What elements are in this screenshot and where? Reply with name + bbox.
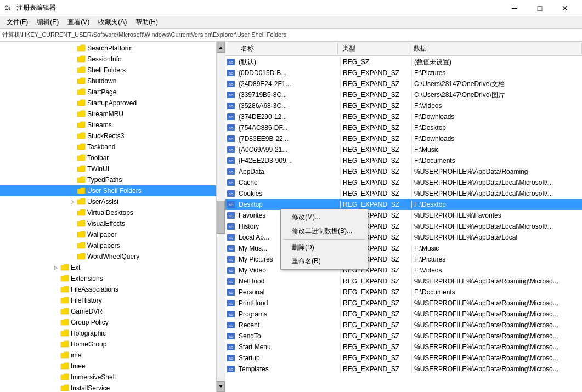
tree-expander-icon[interactable]: ▷ (68, 197, 77, 206)
menu-edit[interactable]: 编辑(E) (32, 16, 63, 28)
close-button[interactable]: ✕ (552, 0, 578, 16)
tree-item-fileassociations[interactable]: FileAssociations (0, 284, 216, 295)
tree-expander-icon[interactable] (68, 121, 77, 129)
tree-expander-icon[interactable] (52, 307, 60, 316)
registry-row[interactable]: ab CookiesREG_EXPAND_SZ%USERPROFILE%\App… (225, 188, 582, 199)
registry-row[interactable]: ab {35286A68-3C...REG_EXPAND_SZF:\Videos (225, 100, 582, 111)
tree-expander-icon[interactable] (68, 143, 77, 151)
registry-row[interactable]: ab {754AC886-DF...REG_EXPAND_SZF:\Deskto… (225, 122, 582, 133)
tree-expander-icon[interactable] (68, 208, 77, 217)
tree-item-startupapproved[interactable]: StartupApproved (0, 98, 216, 109)
tree-item-shell-folders[interactable]: Shell Folders (0, 65, 216, 76)
tree-expander-icon[interactable] (68, 252, 77, 261)
tree-expander-icon[interactable] (68, 55, 77, 64)
tree-expander-icon[interactable] (68, 230, 77, 239)
tree-item-group-policy[interactable]: Group Policy (0, 317, 216, 328)
tree-expander-icon[interactable] (68, 88, 77, 96)
tree-item-sessioninfo[interactable]: SessionInfo (0, 54, 216, 65)
tree-expander-icon[interactable] (52, 318, 60, 327)
registry-tree[interactable]: SearchPlatformSessionInfoShell FoldersSh… (0, 42, 217, 392)
registry-row[interactable]: ab AppDataREG_EXPAND_SZ%USERPROFILE%\App… (225, 166, 582, 177)
tree-expander-icon[interactable] (68, 44, 77, 53)
name-col-header[interactable]: 名称 (236, 43, 338, 54)
registry-row[interactable]: ab (默认)REG_SZ(数值未设置) (225, 56, 582, 67)
tree-expander-icon[interactable] (52, 340, 60, 349)
context-menu[interactable]: 修改(M)...修改二进制数据(B)...删除(D)重命名(R) (280, 209, 368, 270)
tree-item-filehistory[interactable]: FileHistory (0, 295, 216, 306)
registry-row[interactable]: ab {7D83EE9B-22...REG_EXPAND_SZF:\Downlo… (225, 133, 582, 144)
menu-favorites[interactable]: 收藏夹(A) (94, 16, 131, 28)
menu-help[interactable]: 帮助(H) (131, 16, 162, 28)
tree-item-wordwheelquery[interactable]: WordWheelQuery (0, 251, 216, 262)
registry-row[interactable]: ab CacheREG_EXPAND_SZ%USERPROFILE%\AppDa… (225, 177, 582, 188)
tree-item-wallpaper[interactable]: Wallpaper (0, 229, 216, 240)
registry-row[interactable]: ab {24D89E24-2F1...REG_EXPAND_SZC:\Users… (225, 78, 582, 89)
tree-expander-icon[interactable] (68, 154, 77, 162)
context-menu-item[interactable]: 重命名(R) (281, 254, 368, 268)
tree-expander-icon[interactable] (68, 164, 77, 173)
context-menu-item[interactable]: 删除(D) (281, 241, 368, 254)
tree-expander-icon[interactable] (68, 186, 77, 195)
tree-item-user-shell-folders[interactable]: User Shell Folders (0, 185, 216, 196)
registry-row[interactable]: ab DesktopREG_EXPAND_SZF:\Desktop (225, 199, 582, 210)
tree-item-ime[interactable]: ime (0, 350, 216, 361)
tree-expander-icon[interactable] (52, 384, 60, 392)
registry-row[interactable]: ab My PicturesREG_EXPAND_SZF:\Pictures (225, 254, 582, 265)
tree-item-ext[interactable]: ▷Ext (0, 262, 216, 273)
tree-item-typedpaths[interactable]: TypedPaths (0, 174, 216, 185)
tree-expander-icon[interactable] (68, 99, 77, 107)
tree-item-startpage[interactable]: StartPage (0, 87, 216, 98)
registry-row[interactable]: ab Local Ap...REG_EXPAND_SZ%USERPROFILE%… (225, 232, 582, 243)
tree-expander-icon[interactable] (68, 219, 77, 228)
tree-scrollbar[interactable]: ▲ ▼ (217, 42, 225, 392)
tree-expander-icon[interactable] (52, 362, 60, 371)
registry-row[interactable]: ab PrintHoodREG_EXPAND_SZ%USERPROFILE%\A… (225, 298, 582, 309)
tree-item-holographic[interactable]: Holographic (0, 328, 216, 339)
tree-item-immersiveshell[interactable]: ImmersiveShell (0, 372, 216, 383)
registry-row[interactable]: ab RecentREG_EXPAND_SZ%USERPROFILE%\AppD… (225, 320, 582, 331)
scroll-up-arrow[interactable]: ▲ (217, 42, 225, 53)
tree-expander-icon[interactable] (68, 66, 77, 75)
tree-item-homegroup[interactable]: HomeGroup (0, 339, 216, 350)
tree-expander-icon[interactable] (68, 132, 77, 140)
tree-item-toolbar[interactable]: Toolbar (0, 152, 216, 163)
tree-expander-icon[interactable] (52, 296, 60, 305)
tree-item-searchplatform[interactable]: SearchPlatform (0, 43, 216, 54)
tree-expander-icon[interactable] (52, 285, 60, 294)
tree-expander-icon[interactable] (68, 77, 77, 86)
type-col-header[interactable]: 类型 (338, 43, 409, 54)
tree-item-twinui[interactable]: TWinUI (0, 163, 216, 174)
maximize-button[interactable]: □ (527, 0, 552, 16)
registry-row[interactable]: ab NetHoodREG_EXPAND_SZ%USERPROFILE%\App… (225, 276, 582, 287)
registry-row[interactable]: ab {F42EE2D3-909...REG_EXPAND_SZF:\Docum… (225, 155, 582, 166)
context-menu-item[interactable]: 修改二进制数据(B)... (281, 224, 368, 238)
tree-item-installservice[interactable]: InstallService (0, 383, 216, 392)
registry-row[interactable]: ab {374DE290-12...REG_EXPAND_SZF:\Downlo… (225, 111, 582, 122)
tree-expander-icon[interactable] (52, 373, 60, 382)
tree-item-imee[interactable]: Imee (0, 361, 216, 372)
registry-row[interactable]: ab Start MenuREG_EXPAND_SZ%USERPROFILE%\… (225, 342, 582, 353)
menu-view[interactable]: 查看(V) (63, 16, 94, 28)
minimize-button[interactable]: ─ (502, 0, 527, 16)
registry-row[interactable]: ab TemplatesREG_EXPAND_SZ%USERPROFILE%\A… (225, 363, 582, 374)
tree-expander-icon[interactable] (52, 274, 60, 283)
registry-row[interactable]: ab ProgramsREG_EXPAND_SZ%USERPROFILE%\Ap… (225, 309, 582, 320)
tree-expander-icon[interactable] (68, 110, 77, 118)
registry-row[interactable]: ab {339719B5-8C...REG_EXPAND_SZC:\Users\… (225, 89, 582, 100)
tree-item-streams[interactable]: Streams (0, 120, 216, 130)
tree-item-taskband[interactable]: Taskband (0, 141, 216, 152)
tree-expander-icon[interactable] (52, 351, 60, 360)
registry-row[interactable]: ab FavoritesREG_EXPAND_SZ%USERPROFILE%\F… (225, 210, 582, 221)
tree-item-wallpapers[interactable]: Wallpapers (0, 240, 216, 251)
tree-expander-icon[interactable] (68, 175, 77, 184)
registry-row[interactable]: ab HistoryREG_EXPAND_SZ%USERPROFILE%\App… (225, 221, 582, 232)
registry-row[interactable]: ab PersonalREG_EXPAND_SZF:\Documents (225, 287, 582, 298)
tree-item-streammru[interactable]: StreamMRU (0, 109, 216, 120)
menu-file[interactable]: 文件(F) (2, 16, 32, 28)
context-menu-item[interactable]: 修改(M)... (281, 211, 368, 224)
registry-row[interactable]: ab StartupREG_EXPAND_SZ%USERPROFILE%\App… (225, 353, 582, 363)
tree-item-shutdown[interactable]: Shutdown (0, 76, 216, 87)
registry-row[interactable]: ab {A0C69A99-21...REG_EXPAND_SZF:\Music (225, 144, 582, 155)
data-col-header[interactable]: 数据 (409, 43, 582, 54)
registry-row[interactable]: ab My Mus...REG_EXPAND_SZF:\Music (225, 243, 582, 254)
